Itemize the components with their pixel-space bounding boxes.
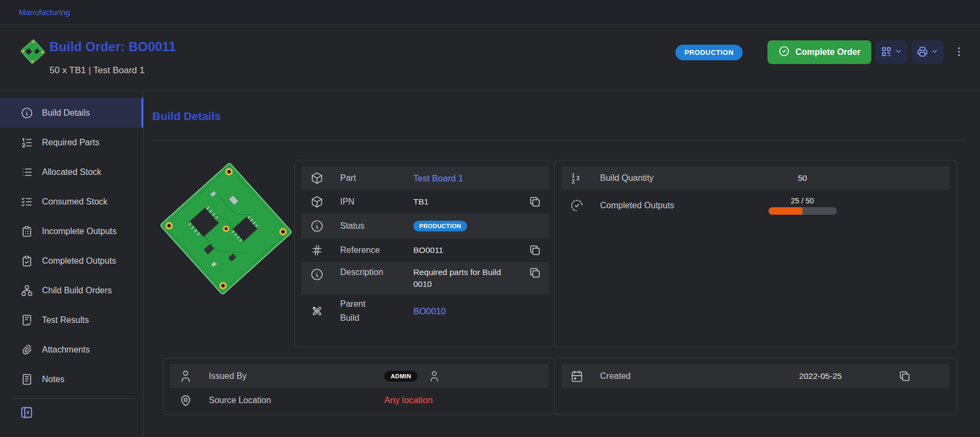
qrcode-icon <box>880 46 892 59</box>
breadcrumb-manufacturing-link[interactable]: Manufacturing <box>19 8 70 17</box>
sidebar-item-label: Notes <box>42 375 65 384</box>
detail-row-source-location: Source Location Any location <box>170 388 548 412</box>
ipn-value: TB1 <box>413 197 524 207</box>
notes-icon <box>20 373 33 386</box>
svg-text:1: 1 <box>572 173 575 179</box>
sidebar-item-consumed-stock[interactable]: Consumed Stock <box>0 187 143 216</box>
sidebar-divider <box>12 398 136 399</box>
source-location-value: Any location <box>384 395 433 405</box>
row-label: Created <box>600 371 747 381</box>
info-circle-icon <box>310 267 324 281</box>
breadcrumb-bar: Manufacturing <box>0 0 980 25</box>
list-icon <box>20 166 33 179</box>
row-label: Status <box>340 221 413 231</box>
progress-text: 25 / 50 <box>716 196 889 205</box>
chevron-down-icon <box>930 47 939 57</box>
row-label: Part <box>340 173 413 183</box>
map-pin-icon <box>179 393 193 407</box>
created-value: 2022-05-25 <box>747 371 894 381</box>
part-thumbnail-image[interactable] <box>18 37 48 67</box>
clock-check-icon <box>570 199 584 213</box>
copy-icon <box>898 370 911 383</box>
sidebar-item-child-build-orders[interactable]: Child Build Orders <box>0 276 143 305</box>
detail-row-parent-build: Parent Build BO0010 <box>301 294 549 328</box>
sidebar-item-label: Build Details <box>42 108 90 118</box>
part-link[interactable]: Test Board 1 <box>413 173 463 183</box>
header-actions: PRODUCTION Complete Order <box>675 40 965 65</box>
progress-bar <box>769 207 837 215</box>
page-header: Build Order: BO0011 50 x TB1 | Test Boar… <box>0 25 980 91</box>
file-check-icon <box>20 314 33 327</box>
sidebar-item-build-details[interactable]: Build Details <box>0 98 143 128</box>
row-label: Reference <box>340 245 413 255</box>
sidebar-item-label: Allocated Stock <box>42 167 101 177</box>
box-icon <box>310 171 324 185</box>
row-label: Source Location <box>209 396 377 405</box>
copy-button[interactable] <box>528 195 541 208</box>
section-divider <box>152 140 965 140</box>
build-order-page: Manufacturing Build Order: BO0011 50 x T… <box>0 0 980 437</box>
hash-icon <box>310 243 324 257</box>
sidebar-collapse-icon <box>19 405 34 420</box>
more-actions-button[interactable] <box>953 46 965 59</box>
issued-by-value: ADMIN <box>377 370 535 383</box>
status-badge: PRODUCTION <box>413 221 467 231</box>
sidebar-item-notes[interactable]: Notes <box>0 364 143 394</box>
sidebar-item-label: Completed Outputs <box>42 256 116 266</box>
chevron-down-icon <box>894 47 903 57</box>
copy-button[interactable] <box>528 244 541 257</box>
reference-value: BO0011 <box>413 245 524 255</box>
progress-fill <box>769 207 803 215</box>
description-value: Required parts for Build 0010 <box>413 266 509 291</box>
outputs-progress: 25 / 50 <box>716 196 889 215</box>
complete-order-button[interactable]: Complete Order <box>767 40 871 64</box>
user-icon <box>179 369 193 383</box>
copy-button[interactable] <box>898 370 911 383</box>
detail-row-part: Part Test Board 1 <box>301 166 549 190</box>
calendar-icon <box>570 369 584 383</box>
build-quantity-card: 123 Build Quantity 50 Completed Outputs … <box>554 160 957 348</box>
part-image[interactable] <box>157 159 295 298</box>
page-title: Build Order: BO0011 <box>50 39 176 54</box>
detail-row-reference: Reference BO0011 <box>301 238 549 262</box>
row-label: Build Quantity <box>600 173 716 183</box>
parent-build-link[interactable]: BO0010 <box>413 306 446 316</box>
barcode-actions-button[interactable] <box>876 40 907 64</box>
svg-text:2: 2 <box>572 179 575 185</box>
created-card: Created 2022-05-25 <box>554 358 957 415</box>
detail-row-status: Status PRODUCTION <box>301 214 549 238</box>
sidebar-item-label: Incomplete Outputs <box>42 227 117 236</box>
username-badge: ADMIN <box>384 371 418 382</box>
dots-vertical-icon <box>953 46 965 59</box>
sidebar-item-required-parts[interactable]: Required Parts <box>0 128 143 157</box>
tools-icon <box>310 304 324 318</box>
clipboard-check-icon <box>20 255 33 267</box>
sidebar-item-test-results[interactable]: Test Results <box>0 305 143 335</box>
sidebar-item-attachments[interactable]: Attachments <box>0 335 143 364</box>
sidebar-item-allocated-stock[interactable]: Allocated Stock <box>0 157 143 187</box>
sidebar-item-completed-outputs[interactable]: Completed Outputs <box>0 246 143 276</box>
status-badge: PRODUCTION <box>675 45 743 60</box>
detail-row-completed-outputs: Completed Outputs 25 / 50 <box>561 190 950 221</box>
build-quantity-value: 50 <box>716 173 889 183</box>
collapse-sidebar-button[interactable] <box>19 405 34 420</box>
info-circle-icon <box>310 219 324 233</box>
complete-order-label: Complete Order <box>795 47 861 57</box>
print-actions-button[interactable] <box>912 40 943 64</box>
detail-row-issued-by: Issued By ADMIN <box>170 364 548 388</box>
detail-row-ipn: IPN TB1 <box>301 190 549 214</box>
sitemap-icon <box>20 284 33 297</box>
numbers-123-icon: 123 <box>570 171 584 185</box>
detail-row-description: Description Required parts for Build 001… <box>301 262 549 294</box>
row-label: Parent Build <box>340 297 413 325</box>
info-circle-icon <box>20 107 33 119</box>
issued-by-card: Issued By ADMIN Source Location Any loca… <box>163 358 555 415</box>
copy-button[interactable] <box>528 266 541 279</box>
user-icon <box>428 370 441 383</box>
svg-text:3: 3 <box>576 175 580 181</box>
box-icon <box>310 195 324 209</box>
sidebar-item-incomplete-outputs[interactable]: Incomplete Outputs <box>0 216 143 246</box>
page-subtitle: 50 x TB1 | Test Board 1 <box>50 65 145 76</box>
printer-icon <box>916 46 928 59</box>
copy-icon <box>528 244 541 257</box>
